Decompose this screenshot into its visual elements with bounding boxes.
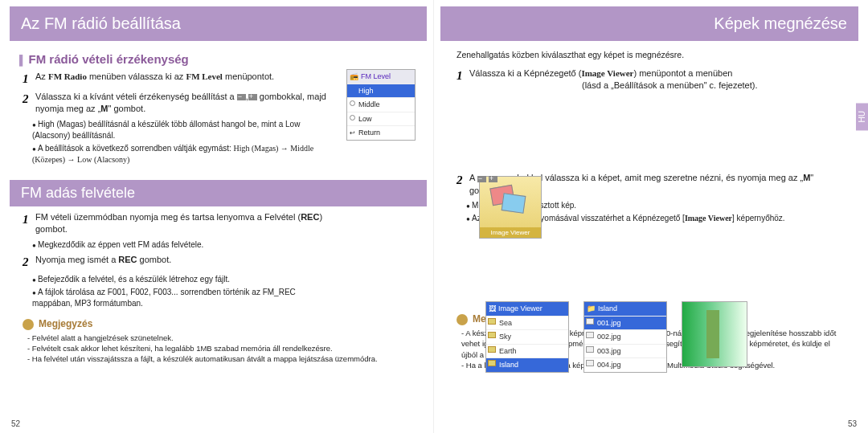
file-row: 003.jpg xyxy=(584,344,666,358)
file-row: 002.jpg xyxy=(584,329,666,344)
page-number-right: 53 xyxy=(848,419,857,428)
rec-step-2: 2 Nyomja meg ismét a REC gombot. xyxy=(23,254,417,271)
note-icon xyxy=(457,314,468,325)
note-item: Felvételt csak akkor lehet készíteni, ha… xyxy=(27,343,417,353)
step-text: Nyomja meg ismét a REC gombot. xyxy=(35,254,417,271)
note-heading: Megjegyzés xyxy=(23,312,417,333)
intro-text: Zenehallgatás közben kiválaszthat egy ké… xyxy=(457,49,844,61)
photo-preview xyxy=(682,301,747,367)
folder-row: Earth xyxy=(486,344,568,358)
image-viewer-thumb: Image Viewer xyxy=(479,176,542,239)
page-left: Az FM rádió beállítása FM rádió vételi é… xyxy=(0,0,434,433)
note-list: Felvétel alatt a hangjelzések szünetelne… xyxy=(23,333,417,365)
folder-icon: 📁 xyxy=(587,304,596,314)
step-number: 2 xyxy=(23,91,35,116)
step-text: Válassza ki a Képnézegető (Image Viewer)… xyxy=(469,67,844,92)
opt-label: High xyxy=(358,87,374,95)
img-step-1: 1 Válassza ki a Képnézegető (Image Viewe… xyxy=(457,67,844,92)
browser-folders: 🖼Image Viewer Sea Sky Earth Island xyxy=(485,301,569,373)
folder-icon xyxy=(488,346,496,353)
screen-header: 📻FM Level xyxy=(347,70,415,84)
file-row-selected: 001.jpg xyxy=(584,316,666,330)
radio-dot-icon xyxy=(350,115,355,121)
opt-label: Middle xyxy=(358,100,380,108)
content-images: Zenehallgatás közben kiválaszthat egy ké… xyxy=(434,47,868,385)
step-number: 2 xyxy=(457,172,469,197)
folder-icon xyxy=(488,318,496,325)
browser-files: 📁Island 001.jpg 002.jpg 003.jpg 004.jpg xyxy=(583,301,667,373)
radio-dot-icon xyxy=(350,87,355,92)
bullets: Megkezdődik az éppen vett FM adás felvét… xyxy=(23,239,417,251)
opt-high: High xyxy=(347,84,415,98)
step-text: FM vételi üzemmódban nyomja meg és tarts… xyxy=(35,211,417,236)
opt-label: Return xyxy=(358,129,380,137)
browser-title: Island xyxy=(598,304,617,314)
browser-header: 📁Island xyxy=(584,302,666,316)
page-right: Képek megnézése HU Zenehallgatás közben … xyxy=(434,0,868,433)
bullet: Megkezdődik az éppen vett FM adás felvét… xyxy=(32,239,337,251)
step-number: 1 xyxy=(23,71,35,88)
content-fm-record: STEREO10:07 PM REC 87.50MHz F001.MP332 K… xyxy=(0,210,433,364)
page-number-left: 52 xyxy=(11,419,20,428)
plus-key-icon xyxy=(248,94,257,100)
bullet: A fájlok tárolása az F001, F002, F003...… xyxy=(32,287,337,309)
step-number: 2 xyxy=(23,254,35,271)
note-item: Felvétel alatt a hangjelzések szünetelne… xyxy=(27,333,417,343)
opt-middle: Middle xyxy=(347,97,415,112)
folder-row-selected: Island xyxy=(486,357,568,372)
bullet: High (Magas) beállításnál a készülék töb… xyxy=(32,119,337,141)
bullet: A beállítások a következő sorrendben vál… xyxy=(32,143,337,165)
radio-icon: 📻 xyxy=(350,71,358,82)
radio-dot-icon xyxy=(350,100,355,106)
opt-return: ↩Return xyxy=(347,125,415,140)
file-icon xyxy=(586,332,594,338)
bullets: Befejeződik a felvétel, és a készülék lé… xyxy=(23,274,417,309)
stacked-photos-icon xyxy=(491,186,531,222)
folder-row: Sky xyxy=(486,329,568,344)
screen-title: FM Level xyxy=(361,71,391,82)
bullet: Befejeződik a felvétel, és a készülék lé… xyxy=(32,274,337,285)
title-right: Képek megnézése xyxy=(440,6,862,41)
thumb-label: Image Viewer xyxy=(480,227,541,238)
note-item: Ha felvétel után visszajátssza a fájlt, … xyxy=(27,353,417,364)
opt-low: Low xyxy=(347,112,415,126)
file-icon xyxy=(586,360,594,366)
title-left: Az FM rádió beállítása xyxy=(6,6,427,41)
plus-key-icon xyxy=(489,176,497,182)
folder-icon xyxy=(488,332,496,338)
return-icon: ↩ xyxy=(350,129,355,137)
note-label: Megjegyzés xyxy=(39,317,92,331)
note-icon xyxy=(23,319,34,330)
opt-label: Low xyxy=(358,115,372,123)
browser-title: Image Viewer xyxy=(498,304,542,314)
minus-key-icon xyxy=(237,94,246,100)
file-icon xyxy=(586,346,594,353)
browser-header: 🖼Image Viewer xyxy=(486,302,568,316)
content-fm-sensitivity: 📻FM Level High Middle Low ↩Return 1 Az F… xyxy=(0,69,433,174)
folder-row: Sea xyxy=(486,316,568,330)
step-number: 1 xyxy=(457,67,469,92)
file-icon xyxy=(586,318,594,325)
rec-step-1: 1 FM vételi üzemmódban nyomja meg és tar… xyxy=(23,211,417,236)
viewer-icon: 🖼 xyxy=(489,304,496,314)
fm-level-screen: 📻FM Level High Middle Low ↩Return xyxy=(346,69,416,141)
minus-key-icon xyxy=(477,176,486,182)
section-fm-sensitivity: FM rádió vételi érzékenység xyxy=(0,47,433,69)
folder-icon xyxy=(488,360,496,366)
subtitle-fm-record: FM adás felvétele xyxy=(6,180,427,206)
file-row: 004.jpg xyxy=(584,357,666,372)
step-number: 1 xyxy=(23,211,35,236)
